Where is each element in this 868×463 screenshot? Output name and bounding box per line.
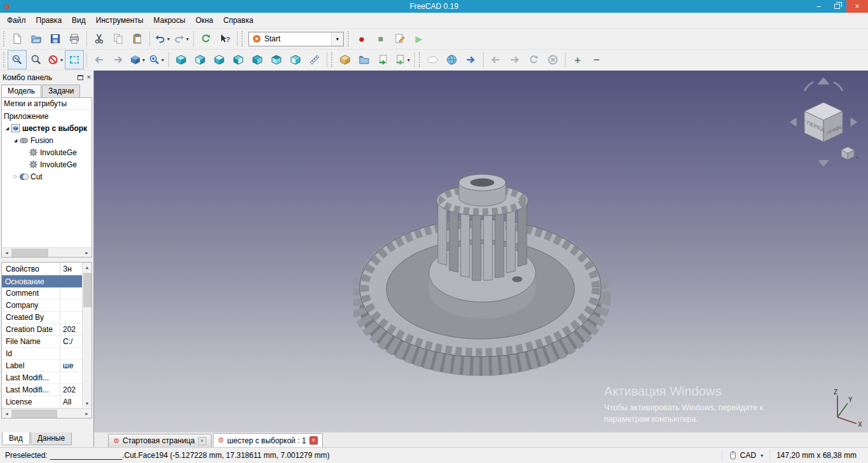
undo-dropdown-icon[interactable]: ▾ <box>167 36 170 42</box>
view-front-button[interactable] <box>191 50 210 69</box>
expander-icon[interactable]: ▷ <box>12 174 19 179</box>
tree-root-application[interactable]: Приложение <box>2 110 92 122</box>
tab-data[interactable]: Данные <box>31 432 72 445</box>
web-open-button[interactable] <box>423 50 442 69</box>
tab-close-icon[interactable]: × <box>309 436 318 445</box>
navigation-cube[interactable]: ПЕРЕД ПРАВО ▾ <box>785 74 862 170</box>
navcube-mini-cube[interactable] <box>841 147 854 160</box>
scroll-down-icon[interactable]: ▼ <box>83 399 92 408</box>
property-row[interactable]: Comment <box>2 287 82 300</box>
tab-close-icon[interactable]: × <box>198 437 207 445</box>
gear-model[interactable] <box>353 171 620 390</box>
copy-button[interactable] <box>109 29 128 48</box>
save-button[interactable] <box>46 29 65 48</box>
navcube-arrow-down[interactable] <box>817 160 830 167</box>
expander-icon[interactable]: ◢ <box>12 138 19 143</box>
view-fit-selection-button[interactable] <box>27 50 46 69</box>
macro-play-button[interactable]: ▶ <box>409 29 428 48</box>
cut-button[interactable] <box>90 29 109 48</box>
panel-float-icon[interactable] <box>78 75 83 80</box>
restore-button[interactable] <box>828 0 846 13</box>
tab-tasks[interactable]: Задачи <box>42 85 80 97</box>
view-rear-button[interactable] <box>248 50 267 69</box>
toolbar-grip[interactable] <box>3 31 5 46</box>
zoom-tools-dropdown-icon[interactable]: ▾ <box>161 57 164 63</box>
macro-edit-button[interactable] <box>390 29 409 48</box>
view-left-button[interactable] <box>286 50 305 69</box>
panel-splitter[interactable] <box>0 258 93 262</box>
zoom-in-button[interactable]: + <box>568 50 587 69</box>
open-file-button[interactable] <box>27 29 46 48</box>
browser-refresh-button[interactable] <box>524 50 543 69</box>
redo-button[interactable]: ▾ <box>172 29 191 48</box>
make-link-group-button[interactable]: ▾ <box>393 50 412 69</box>
browser-back-button[interactable] <box>486 50 505 69</box>
make-link-button[interactable] <box>374 50 393 69</box>
navcube-arrow-right[interactable] <box>850 117 858 127</box>
scrollbar-thumb[interactable] <box>11 249 48 257</box>
minimize-button[interactable]: – <box>810 0 828 13</box>
property-row[interactable]: File NameC:/ <box>2 336 82 348</box>
undo-button[interactable]: ▾ <box>153 29 172 48</box>
measure-button[interactable] <box>305 50 324 69</box>
menu-file[interactable]: Файл <box>2 13 31 27</box>
draw-style-button[interactable]: ▾ <box>46 50 65 69</box>
menu-tools[interactable]: Инструменты <box>91 13 149 27</box>
navcube-arrow-up[interactable] <box>817 77 830 85</box>
navcube-arrow-left[interactable] <box>789 117 797 127</box>
toolbar-grip[interactable] <box>3 52 5 67</box>
panel-close-icon[interactable]: × <box>87 74 91 81</box>
property-row[interactable]: Last Modifi... <box>2 372 82 384</box>
view-fit-all-button[interactable] <box>8 50 27 69</box>
menu-macros[interactable]: Макросы <box>149 13 191 27</box>
property-row[interactable]: Creation Date202 <box>2 324 82 336</box>
toolbar-grip[interactable] <box>419 52 421 67</box>
menu-help[interactable]: Справка <box>219 13 259 27</box>
nav-back-button[interactable] <box>90 50 109 69</box>
scrollbar-thumb[interactable] <box>11 410 57 418</box>
toolbar-grip[interactable] <box>241 31 243 46</box>
tree-item-cut[interactable]: ▷ Cut <box>2 170 92 183</box>
expander-icon[interactable]: ◢ <box>4 126 11 131</box>
3d-viewport[interactable]: ПЕРЕД ПРАВО ▾ Z Y X Активация Windows Чт… <box>94 71 868 432</box>
whats-this-button[interactable]: ? <box>215 29 234 48</box>
workbench-dropdown-chevron[interactable]: ▾ <box>331 32 343 46</box>
scroll-right-icon[interactable]: ► <box>82 409 92 418</box>
property-row[interactable]: Last Modifi...202 <box>2 384 82 396</box>
scrollbar-thumb[interactable] <box>83 273 92 307</box>
nav-style-selector[interactable]: CAD ▾ <box>722 450 770 461</box>
create-group-button[interactable] <box>355 50 374 69</box>
menu-view[interactable]: Вид <box>67 13 91 27</box>
redo-dropdown-icon[interactable]: ▾ <box>186 36 189 42</box>
scroll-right-icon[interactable]: ► <box>82 248 92 258</box>
scroll-left-icon[interactable]: ◄ <box>2 409 11 418</box>
new-file-button[interactable] <box>8 29 27 48</box>
view-right-button[interactable] <box>229 50 248 69</box>
navcube-rotate-cw[interactable] <box>834 82 843 91</box>
linked-object-dropdown-icon[interactable]: ▾ <box>142 57 145 63</box>
tab-start-page[interactable]: ⚙ Стартовая страница × <box>108 434 212 447</box>
zoom-out-button[interactable]: − <box>587 50 606 69</box>
menu-edit[interactable]: Правка <box>31 13 67 27</box>
nav-style-dropdown-icon[interactable]: ▾ <box>761 453 763 459</box>
property-row[interactable]: Id <box>2 348 82 360</box>
tab-document[interactable]: ⚙ шестер с выборкой : 1 × <box>213 433 323 447</box>
linked-object-button[interactable]: ▾ <box>128 50 147 69</box>
browser-forward-button[interactable] <box>505 50 524 69</box>
tree-item-involutegear-1[interactable]: InvoluteGe <box>2 146 92 158</box>
tree-horizontal-scrollbar[interactable]: ◄ ► <box>2 247 92 257</box>
tree-item-document[interactable]: ◢ шестер с выборк <box>2 122 92 134</box>
browser-stop-button[interactable] <box>543 50 562 69</box>
draw-style-dropdown-icon[interactable]: ▾ <box>60 57 63 63</box>
web-browser-button[interactable] <box>442 50 461 69</box>
macro-stop-button[interactable]: ■ <box>371 29 390 48</box>
property-row-license[interactable]: License All <box>2 396 82 408</box>
view-axonometric-button[interactable] <box>172 50 191 69</box>
tab-view[interactable]: Вид <box>2 432 30 445</box>
navcube-rotate-ccw[interactable] <box>804 82 813 91</box>
tree-item-involutegear-2[interactable]: InvoluteGe <box>2 158 92 170</box>
view-bottom-button[interactable] <box>267 50 286 69</box>
workbench-selector[interactable]: Start ▾ <box>248 32 344 46</box>
toolbar-grip[interactable] <box>331 52 333 67</box>
property-row[interactable]: Created By <box>2 312 82 324</box>
